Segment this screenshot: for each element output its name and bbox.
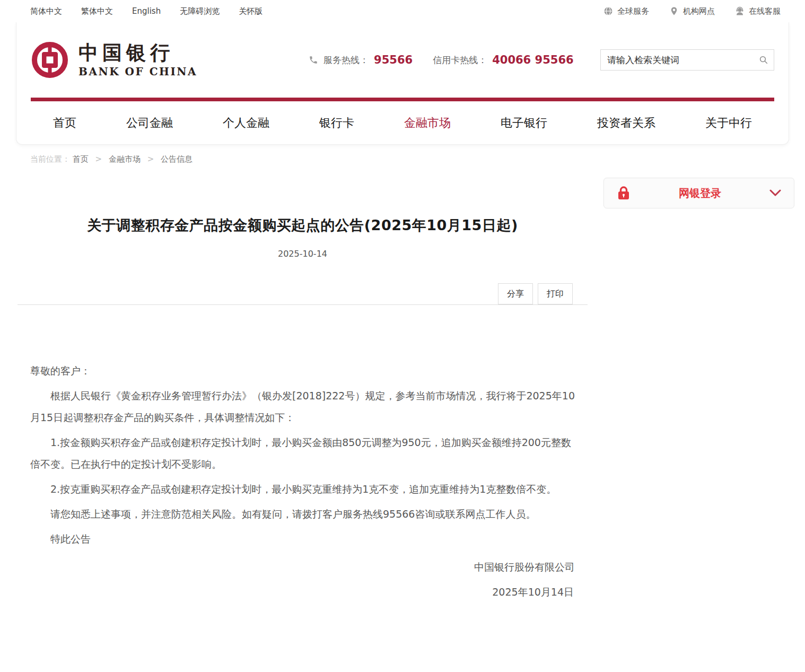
care-version-link[interactable]: 关怀版 [239,6,262,16]
breadcrumb-financial-markets[interactable]: 金融市场 [109,154,141,164]
accessibility-browse-link[interactable]: 无障碍浏览 [180,6,220,16]
nav-financial-markets[interactable]: 金融市场 [404,115,451,131]
lock-icon [617,186,631,200]
signature-block: 中国银行股份有限公司 2025年10月14日 [30,556,575,603]
nav-bank-cards[interactable]: 银行卡 [319,115,354,131]
page-title: 关于调整积存金产品按金额购买起点的公告(2025年10月15日起) [18,216,588,235]
article-body: 尊敬的客户： 根据人民银行《黄金积存业务管理暂行办法》（银办发[2018]222… [18,305,588,603]
boc-emblem-icon [31,41,69,79]
language-links: 简体中文 繁体中文 English 无障碍浏览 关怀版 [30,6,262,16]
lang-simplified-chinese[interactable]: 简体中文 [30,6,62,16]
hotline-label: 服务热线： [323,54,369,66]
paragraph: 请您知悉上述事项，并注意防范相关风险。如有疑问，请拨打客户服务热线95566咨询… [30,503,575,525]
article-date: 2025-10-14 [18,249,588,259]
paragraph: 根据人民银行《黄金积存业务管理暂行办法》（银办发[2018]222号）规定，参考… [30,385,575,429]
nav-about-boc[interactable]: 关于中行 [705,115,752,131]
lang-english[interactable]: English [132,6,161,16]
top-utility-bar: 简体中文 繁体中文 English 无障碍浏览 关怀版 全球服务 机构网点 [0,0,805,22]
headset-icon [735,6,745,16]
pin-icon [669,6,679,16]
online-banking-login[interactable]: 网银登录 [603,178,794,208]
paragraph: 1.按金额购买积存金产品或创建积存定投计划时，最小购买金额由850元调整为950… [30,432,575,475]
nav-corporate-banking[interactable]: 公司金融 [126,115,173,131]
hotline-number: 95566 [374,54,413,66]
branch-locator-link[interactable]: 机构网点 [669,6,715,16]
breadcrumb-announcements[interactable]: 公告信息 [161,154,192,164]
signature-company: 中国银行股份有限公司 [30,556,575,578]
announcement-article: 关于调整积存金产品按金额购买起点的公告(2025年10月15日起) 2025-1… [18,170,588,606]
online-service-label: 在线客服 [749,6,781,16]
search-input[interactable] [607,55,759,65]
breadcrumb-home[interactable]: 首页 [73,154,89,164]
hotline-info: 服务热线： 95566 信用卡热线： 40066 95566 [309,54,574,66]
nav-e-banking[interactable]: 电子银行 [501,115,547,131]
nav-personal-banking[interactable]: 个人金融 [223,115,269,131]
share-button[interactable]: 分享 [498,283,533,304]
logo-chinese-name: 中国银行 [78,42,197,64]
paragraph: 2.按克重购买积存金产品或创建积存定投计划时，最小购买克重维持为1克不变，追加克… [30,478,575,500]
right-sidebar: 网银登录 [603,170,794,606]
breadcrumb-separator: > [95,154,102,164]
search-box [600,49,774,71]
online-service-link[interactable]: 在线客服 [735,6,781,16]
closing-line: 特此公告 [30,528,575,550]
breadcrumb-separator: > [147,154,154,164]
search-icon[interactable] [759,55,768,65]
nav-investor-relations[interactable]: 投资者关系 [597,115,655,131]
online-banking-login-label: 网银登录 [631,186,769,200]
print-button[interactable]: 打印 [538,283,573,304]
header: 中国银行 BANK OF CHINA 服务热线： 95566 信用卡热线： 40… [16,22,789,145]
global-service-link[interactable]: 全球服务 [603,6,649,16]
lang-traditional-chinese[interactable]: 繁体中文 [81,6,113,16]
globe-icon [603,6,613,16]
global-service-label: 全球服务 [617,6,649,16]
credit-card-hotline-label: 信用卡热线： [433,54,487,66]
bank-of-china-logo[interactable]: 中国银行 BANK OF CHINA [31,41,197,79]
chevron-down-icon [769,189,781,197]
credit-card-hotline-number: 40066 95566 [492,54,573,66]
salutation: 尊敬的客户： [30,360,575,382]
nav-accent-bar [31,98,774,101]
main-navigation: 首页 公司金融 个人金融 银行卡 金融市场 电子银行 投资者关系 关于中行 [31,101,774,144]
breadcrumb-prefix: 当前位置： [30,154,70,164]
nav-home[interactable]: 首页 [53,115,76,131]
utility-links: 全球服务 机构网点 在线客服 [603,6,781,16]
signature-date: 2025年10月14日 [30,581,575,603]
phone-icon [309,55,318,65]
branch-locator-label: 机构网点 [683,6,715,16]
logo-english-name: BANK OF CHINA [78,65,197,78]
breadcrumb: 当前位置： 首页 > 金融市场 > 公告信息 [0,145,805,170]
